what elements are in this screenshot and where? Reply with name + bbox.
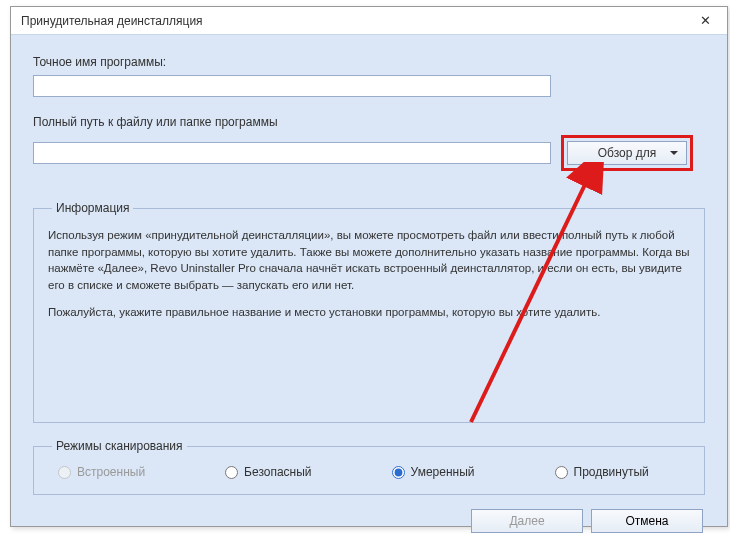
window-title: Принудительная деинсталляция [21, 14, 203, 28]
radio-advanced[interactable] [555, 466, 568, 479]
radio-moderate-label: Умеренный [411, 465, 475, 479]
program-name-input[interactable] [33, 75, 551, 97]
scan-option-safe[interactable]: Безопасный [225, 465, 311, 479]
browse-highlight: Обзор для [561, 135, 693, 171]
scan-legend: Режимы сканирования [52, 439, 187, 453]
chevron-down-icon [670, 151, 678, 155]
titlebar: Принудительная деинсталляция ✕ [11, 7, 727, 35]
scan-radio-row: Встроенный Безопасный Умеренный Продвину… [48, 463, 690, 479]
program-path-label: Полный путь к файлу или папке программы [33, 115, 705, 129]
close-icon: ✕ [700, 13, 711, 28]
program-name-label: Точное имя программы: [33, 55, 705, 69]
scan-option-advanced[interactable]: Продвинутый [555, 465, 649, 479]
close-button[interactable]: ✕ [689, 10, 721, 32]
scan-modes-group: Режимы сканирования Встроенный Безопасны… [33, 439, 705, 495]
scan-option-builtin[interactable]: Встроенный [58, 465, 145, 479]
radio-moderate[interactable] [392, 466, 405, 479]
scan-option-moderate[interactable]: Умеренный [392, 465, 475, 479]
radio-safe-label: Безопасный [244, 465, 311, 479]
radio-safe[interactable] [225, 466, 238, 479]
browse-label: Обзор для [598, 146, 657, 160]
next-button[interactable]: Далее [471, 509, 583, 533]
content-area: Точное имя программы: Полный путь к файл… [11, 35, 727, 537]
browse-button[interactable]: Обзор для [567, 141, 687, 165]
cancel-button[interactable]: Отмена [591, 509, 703, 533]
info-group: Информация Используя режим «принудительн… [33, 201, 705, 423]
footer-buttons: Далее Отмена [33, 509, 705, 533]
info-text-2: Пожалуйста, укажите правильное название … [48, 304, 690, 321]
radio-advanced-label: Продвинутый [574, 465, 649, 479]
program-path-input[interactable] [33, 142, 551, 164]
info-legend: Информация [52, 201, 133, 215]
dialog-window: Принудительная деинсталляция ✕ Точное им… [10, 6, 728, 527]
info-text-1: Используя режим «принудительной деинстал… [48, 227, 690, 294]
radio-builtin[interactable] [58, 466, 71, 479]
path-row: Обзор для [33, 135, 705, 171]
radio-builtin-label: Встроенный [77, 465, 145, 479]
